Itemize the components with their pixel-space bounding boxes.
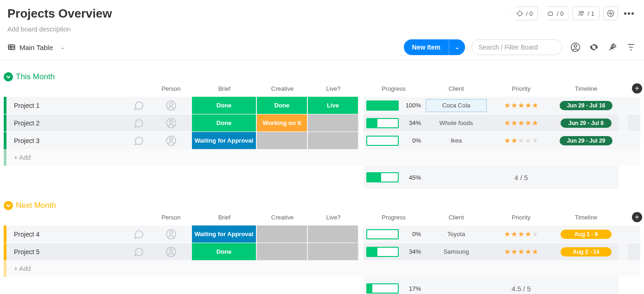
person-filter[interactable] [570,42,581,53]
status-cell[interactable] [308,132,358,149]
priority-cell[interactable]: ★★★★★ [489,230,554,238]
group-collapse-toggle[interactable] [4,201,13,210]
person-cell[interactable] [150,229,192,240]
star-icon: ★ [504,136,510,145]
col-header-timeline[interactable]: Timeline [554,85,618,92]
chevron-down-icon: ⌄ [60,44,65,50]
search-input[interactable]: Search / Filter Board [472,39,562,55]
new-item-button[interactable]: New Item ⌄ [404,39,465,55]
add-column-button[interactable]: + [632,83,642,94]
status-cell[interactable]: Waiting for Approval [192,132,256,149]
activity-chip[interactable] [603,6,618,20]
timeline-cell[interactable]: Jun 29 - Jul 29 [554,136,618,145]
item-name[interactable]: Project 1 [6,102,127,109]
table-row[interactable]: Project 4 Waiting for Approval 0% Toyota… [4,225,640,243]
item-name[interactable]: Project 4 [6,231,127,238]
col-header-client[interactable]: Client [424,214,489,221]
star-icon: ★ [532,230,538,238]
client-cell[interactable]: Toyota [424,231,489,238]
status-cell[interactable] [257,225,307,243]
client-cell[interactable]: Whole foods [424,119,489,126]
status-cell[interactable] [257,243,307,260]
timeline-cell[interactable]: Jun 29 - Jul 16 [554,101,618,110]
status-cell[interactable]: Done [192,243,256,260]
status-cell[interactable]: Waiting for Approval [192,225,256,243]
col-header-creative[interactable]: Creative [257,85,308,92]
progress-cell[interactable]: 0% [363,136,424,146]
person-cell[interactable] [150,135,192,146]
timeline-cell[interactable]: Aug 1 - 8 [554,230,618,239]
priority-cell[interactable]: ★★★★★ [489,101,554,110]
col-header-person[interactable]: Person [150,214,192,221]
filter-button[interactable] [625,42,637,53]
col-header-brief[interactable]: Brief [192,214,257,221]
progress-cell[interactable]: 100% [363,100,424,111]
col-header-progress[interactable]: Progress [363,214,424,221]
chat-button[interactable] [127,100,150,111]
status-cell[interactable] [257,132,307,149]
new-item-dropdown[interactable]: ⌄ [449,39,465,55]
item-name[interactable]: Project 5 [6,248,127,256]
client-cell[interactable]: Samsung [424,248,489,255]
star-icon: ★ [511,247,517,256]
svg-point-9 [170,102,172,105]
view-selector[interactable]: Main Table ⌄ [7,43,65,51]
col-header-progress[interactable]: Progress [363,85,424,92]
timeline-cell[interactable]: Jun 29 - Jul 8 [554,119,618,128]
status-cell[interactable]: Live [308,97,358,114]
chat-button[interactable] [127,229,150,240]
table-row[interactable]: Project 2 Done Working on it 34% Whole f… [4,114,640,131]
status-cell[interactable]: Working on it [257,114,307,131]
client-cell[interactable]: Ikea [424,137,489,144]
col-header-live[interactable]: Live? [308,85,359,92]
status-cell[interactable] [308,225,358,243]
star-icon: ★ [518,119,524,127]
table-row[interactable]: Project 1 Done Done Live 100% Coca Cola … [4,96,640,114]
timeline-cell[interactable]: Aug 2 - 14 [554,247,618,256]
chat-button[interactable] [127,135,150,146]
board-description-placeholder[interactable]: Add board description [7,25,511,33]
col-header-brief[interactable]: Brief [192,85,257,92]
star-icon: ★ [518,136,524,145]
item-name[interactable]: Project 3 [6,137,127,144]
priority-cell[interactable]: ★★★★★ [489,119,554,127]
builds-chip[interactable]: / 0 [542,6,568,20]
group-title[interactable]: This Month [16,72,55,81]
col-header-priority[interactable]: Priority [489,214,554,221]
status-cell[interactable]: Done [192,97,256,114]
chat-button[interactable] [127,118,150,129]
group-title[interactable]: Next Month [16,201,56,210]
more-menu[interactable]: ••• [622,8,637,19]
col-header-creative[interactable]: Creative [257,214,308,221]
bugs-chip[interactable]: / 0 [511,6,538,20]
group-collapse-toggle[interactable] [4,72,13,81]
col-header-timeline[interactable]: Timeline [554,214,618,221]
pin-button[interactable] [607,42,618,53]
status-cell[interactable] [308,114,358,131]
members-chip[interactable]: / 1 [573,6,599,20]
col-header-person[interactable]: Person [150,85,192,92]
col-header-priority[interactable]: Priority [489,85,554,92]
add-item-row[interactable]: + Add [4,260,640,277]
status-cell[interactable] [308,243,358,260]
progress-cell[interactable]: 0% [363,229,424,239]
priority-cell[interactable]: ★★★★★ [489,136,554,145]
status-cell[interactable]: Done [257,97,307,114]
chat-button[interactable] [127,246,150,257]
add-item-row[interactable]: + Add [4,149,640,166]
item-name[interactable]: Project 2 [6,119,127,127]
progress-cell[interactable]: 34% [363,247,424,257]
progress-cell[interactable]: 34% [363,118,424,128]
status-cell[interactable]: Done [192,114,256,131]
priority-cell[interactable]: ★★★★★ [489,247,554,256]
add-column-button[interactable]: + [632,212,642,222]
person-cell[interactable] [150,118,192,129]
client-cell[interactable]: Coca Cola [426,99,487,112]
table-row[interactable]: Project 5 Done 34% Samsung ★★★★★ Aug 2 -… [4,243,640,260]
col-header-client[interactable]: Client [424,85,489,92]
col-header-live[interactable]: Live? [308,214,359,221]
person-cell[interactable] [150,100,192,111]
hide-columns[interactable] [588,42,599,53]
person-cell[interactable] [150,246,192,257]
table-row[interactable]: Project 3 Waiting for Approval 0% Ikea ★… [4,131,640,149]
